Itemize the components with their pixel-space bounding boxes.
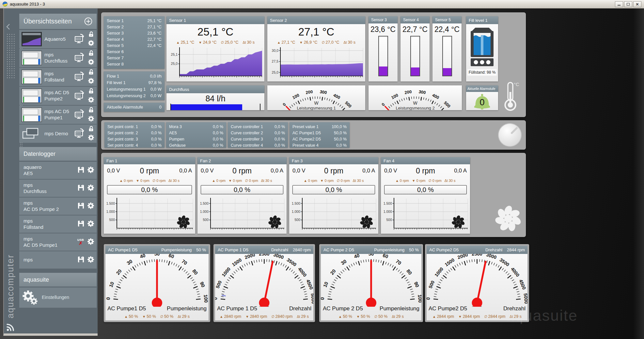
- gear-icon[interactable]: [87, 184, 94, 193]
- pump-stats: ▲50 %▼50 %∅50 %Δt29 s: [105, 313, 209, 320]
- lock-icon[interactable]: [88, 69, 94, 77]
- export-monitor-icon[interactable]: [74, 52, 85, 64]
- fan-voltage: 0,0 V: [201, 168, 221, 174]
- svg-text:90: 90: [199, 281, 206, 288]
- flow-panel: Durchfluss 84 l/h: [166, 85, 264, 110]
- sidebar-device-mps-ac-d5-pumpe1[interactable]: mpsAC D5 Pumpe1USB✗: [19, 233, 97, 251]
- fan-rpm: 0 rpm: [127, 167, 172, 175]
- stat-min: ▼2840 rpm: [245, 314, 267, 319]
- stat-avg-icon: ∅: [221, 40, 224, 44]
- export-monitor-icon[interactable]: [74, 128, 85, 139]
- gear-icon[interactable]: [87, 202, 94, 211]
- export-monitor-icon[interactable]: [74, 109, 85, 120]
- gear-icon[interactable]: [88, 96, 94, 104]
- gear-icon[interactable]: [87, 220, 94, 228]
- stat-dt: Δt30 s: [343, 40, 355, 45]
- gear-icon[interactable]: [88, 59, 94, 66]
- sidebar-item-einstellungen[interactable]: Einstellungen: [19, 287, 97, 308]
- fan-power-bar: 0,0 %: [384, 185, 467, 194]
- gear-icon[interactable]: [88, 115, 94, 123]
- save-data-icon[interactable]: [77, 256, 85, 265]
- stat-value: 0 rpm: [140, 179, 149, 183]
- gear-icon[interactable]: [87, 166, 94, 175]
- gear-icon[interactable]: [88, 134, 94, 142]
- list-row-value: 0,0 %: [213, 131, 223, 135]
- sidebar-item-mps-ac-d5-pumpe2[interactable]: mps AC D5Pumpe2: [19, 87, 97, 105]
- svg-text:3000: 3000: [273, 254, 285, 260]
- sidebar-device-mps-durchfluss[interactable]: mpsDurchfluss: [19, 180, 97, 197]
- export-monitor-icon[interactable]: [74, 34, 85, 45]
- stat-dt-icon: Δt: [392, 315, 395, 318]
- list-row-label: Sensor 7: [107, 55, 124, 60]
- rss-icon[interactable]: [6, 323, 15, 332]
- save-data-icon[interactable]: [77, 166, 85, 175]
- pump-title: AC Pumpe2 D5: [429, 247, 459, 252]
- fan-chart: 1.5001.000500: [105, 197, 194, 232]
- stat-avg-icon: ∅: [374, 315, 377, 318]
- stat-value: 30 s: [173, 179, 180, 183]
- svg-text:0: 0: [427, 297, 431, 300]
- page-thumbnail: [22, 51, 42, 65]
- collapse-chevron-icon[interactable]: [6, 23, 10, 30]
- maximize-button[interactable]: [624, 1, 632, 7]
- sidebar-item-mps-f-llstand[interactable]: mps Füllstand: [19, 68, 97, 86]
- sidebar-device-mps-ac-d5-pumpe-2[interactable]: mpsAC D5 Pumpe 2: [19, 198, 97, 215]
- save-data-icon[interactable]: [77, 220, 85, 229]
- sidebar-item-datenlogger[interactable]: Datenlogger: [19, 147, 97, 161]
- sidebar-item-aquaero5[interactable]: Aquaero5: [19, 30, 97, 48]
- save-data-icon[interactable]: [77, 184, 85, 193]
- add-page-button[interactable]: [84, 17, 92, 25]
- sidebar-item-label: Aquaero5: [44, 36, 71, 42]
- fan-current: 0,0 A: [447, 168, 467, 174]
- save-data-icon[interactable]: [77, 202, 85, 211]
- list-row-label: Preset value 1: [292, 125, 319, 129]
- svg-text:4000: 4000: [297, 266, 308, 278]
- sidebar-item-mps-demo[interactable]: mps Demo: [19, 125, 97, 143]
- lock-icon[interactable]: [88, 125, 94, 133]
- gear-icon[interactable]: [87, 238, 94, 246]
- sidebar-item-label: mps Füllstand: [44, 71, 71, 83]
- lock-icon[interactable]: [88, 50, 94, 58]
- fan-panel-4: Fan 40,0 V0 rpm0,0 A▲0 rpm▼0 rpm∅0 rpmΔt…: [381, 157, 470, 234]
- device-label: mpsAC D5 Pumpe1: [24, 236, 74, 248]
- sidebar-device-mps-f-llstand[interactable]: mpsFüllstand: [19, 215, 97, 233]
- fan-voltage: 0,0 V: [292, 168, 313, 174]
- fan-power-bar: 0,0 %: [201, 185, 283, 194]
- sidebar-device-aquaero-ae5[interactable]: aquaeroAE5: [19, 162, 97, 179]
- svg-text:1500: 1500: [444, 257, 456, 267]
- sensor2-panel: Sensor 2 27,1 °C ▲27,1 °C▼26,9 °C∅27,0 °…: [267, 16, 365, 81]
- gear-icon[interactable]: [88, 78, 94, 85]
- sidebar-device-mps[interactable]: mps: [19, 251, 97, 269]
- svg-text:°C: °C: [514, 81, 519, 87]
- stat-value: 25,1 °C: [181, 40, 194, 45]
- stat-max: ▲0 rpm: [304, 179, 317, 183]
- sidebar-header-aquasuite[interactable]: aquasuite: [19, 273, 97, 287]
- list-row-label: AC Pumpe1 D5: [292, 131, 321, 135]
- gear-icon[interactable]: [87, 256, 94, 264]
- sidebar-item-mps-ac-d5-pumpe1[interactable]: mps AC D5Pumpe1: [19, 106, 97, 124]
- page-thumbnail: [22, 70, 42, 84]
- list-row-label: AC Pumpe2 D5: [292, 137, 321, 141]
- stat-dt: Δt30 s: [445, 179, 456, 183]
- pump-footer-left: AC Pumpe 1 D5: [217, 305, 257, 313]
- sensor-bar-panel-3: Sensor 323,6 °C: [369, 16, 398, 81]
- list-row: Sensor 522,4 °C: [107, 42, 162, 49]
- lock-icon[interactable]: [88, 107, 94, 114]
- sensor-value-list: Sensor 125,1 °CSensor 227,1 °CSensor 323…: [104, 16, 165, 69]
- stat-max: ▲50 %: [124, 314, 138, 319]
- list-row-label: Leistungsmessung 2: [107, 93, 146, 98]
- lock-icon[interactable]: [88, 31, 94, 39]
- window-controls: ×: [615, 1, 641, 7]
- close-button[interactable]: ×: [633, 1, 641, 7]
- list-row: Preset value 40,0 %: [292, 142, 347, 148]
- minimize-button[interactable]: [615, 1, 623, 7]
- pump-title: AC Pumpe 1 D5: [218, 247, 248, 252]
- export-monitor-icon[interactable]: [74, 90, 85, 101]
- svg-text:2000: 2000: [244, 254, 256, 260]
- knob-icon[interactable]: [497, 122, 523, 148]
- lock-icon[interactable]: [88, 88, 94, 96]
- gear-icon[interactable]: [88, 40, 94, 48]
- flow-value: 84 l/h: [166, 93, 264, 103]
- export-monitor-icon[interactable]: [74, 71, 85, 82]
- sidebar-item-mps-durchfluss[interactable]: mps Durchfluss: [19, 49, 97, 67]
